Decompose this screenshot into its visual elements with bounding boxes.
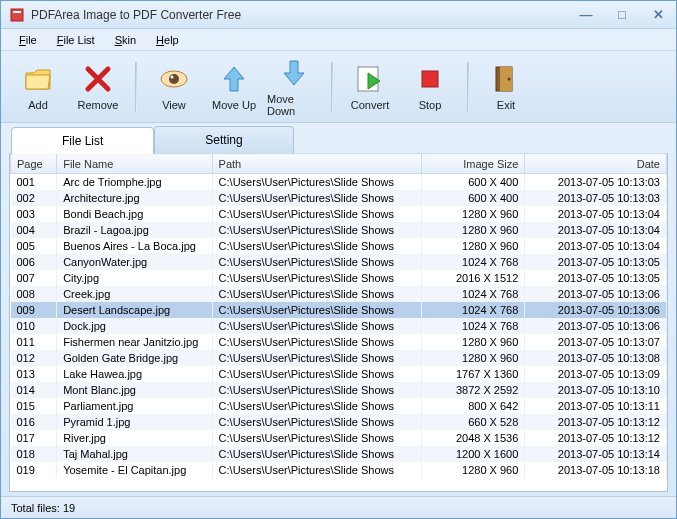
stop-button[interactable]: Stop [401,59,459,115]
cell: 2013-07-05 10:13:18 [525,462,667,478]
cell: C:\Users\User\Pictures\Slide Shows [212,334,422,350]
cell: 006 [11,254,57,270]
table-row[interactable]: 010Dock.jpgC:\Users\User\Pictures\Slide … [11,318,667,334]
toolbar-label: Exit [497,99,515,111]
column-file-name[interactable]: File Name [57,154,212,174]
cell: C:\Users\User\Pictures\Slide Shows [212,254,422,270]
menu-file[interactable]: File [11,32,45,48]
table-row[interactable]: 004Brazil - Lagoa.jpgC:\Users\User\Pictu… [11,222,667,238]
table-row[interactable]: 013Lake Hawea.jpgC:\Users\User\Pictures\… [11,366,667,382]
cell: 016 [11,414,57,430]
table-row[interactable]: 018Taj Mahal.jpgC:\Users\User\Pictures\S… [11,446,667,462]
cell: 1024 X 768 [422,302,525,318]
table-row[interactable]: 007City.jpgC:\Users\User\Pictures\Slide … [11,270,667,286]
cell: 2013-07-05 10:13:06 [525,302,667,318]
cell: 018 [11,446,57,462]
cell: River.jpg [57,430,212,446]
cell: Pyramid 1.jpg [57,414,212,430]
table-row[interactable]: 014Mont Blanc.jpgC:\Users\User\Pictures\… [11,382,667,398]
cell: C:\Users\User\Pictures\Slide Shows [212,366,422,382]
table-row[interactable]: 009Desert Landscape.jpgC:\Users\User\Pic… [11,302,667,318]
table-row[interactable]: 005Buenos Aires - La Boca.jpgC:\Users\Us… [11,238,667,254]
cell: C:\Users\User\Pictures\Slide Shows [212,270,422,286]
table-row[interactable]: 006CanyonWater.jpgC:\Users\User\Pictures… [11,254,667,270]
cell: 1024 X 768 [422,318,525,334]
cell: Mont Blanc.jpg [57,382,212,398]
cell: 2013-07-05 10:13:10 [525,382,667,398]
cell: 2013-07-05 10:13:09 [525,366,667,382]
tab-setting[interactable]: Setting [154,126,293,153]
table-row[interactable]: 003Bondi Beach.jpgC:\Users\User\Pictures… [11,206,667,222]
cell: Dock.jpg [57,318,212,334]
table-row[interactable]: 012Golden Gate Bridge.jpgC:\Users\User\P… [11,350,667,366]
cell: C:\Users\User\Pictures\Slide Shows [212,286,422,302]
cell: 017 [11,430,57,446]
cell: 2013-07-05 10:13:06 [525,318,667,334]
move-up-button[interactable]: Move Up [205,59,263,115]
cell: 019 [11,462,57,478]
table-row[interactable]: 016Pyramid 1.jpgC:\Users\User\Pictures\S… [11,414,667,430]
status-text: Total files: 19 [11,502,75,514]
close-button[interactable]: ✕ [648,7,668,23]
menu-skin[interactable]: Skin [107,32,144,48]
cell: Desert Landscape.jpg [57,302,212,318]
cell: 2016 X 1512 [422,270,525,286]
cell: 004 [11,222,57,238]
cell: 015 [11,398,57,414]
remove-button[interactable]: Remove [69,59,127,115]
add-button[interactable]: Add [9,59,67,115]
toolbar-separator [331,62,333,112]
cell: C:\Users\User\Pictures\Slide Shows [212,190,422,206]
cell: 013 [11,366,57,382]
table-row[interactable]: 008Creek.jpgC:\Users\User\Pictures\Slide… [11,286,667,302]
maximize-button[interactable]: □ [612,7,632,23]
column-page[interactable]: Page [11,154,57,174]
cell: 2013-07-05 10:13:08 [525,350,667,366]
cell: Bondi Beach.jpg [57,206,212,222]
cell: 1280 X 960 [422,462,525,478]
cell: 2013-07-05 10:13:11 [525,398,667,414]
menu-help[interactable]: Help [148,32,187,48]
window-title: PDFArea Image to PDF Converter Free [31,8,576,22]
toolbar-label: Remove [78,99,119,111]
table-row[interactable]: 017River.jpgC:\Users\User\Pictures\Slide… [11,430,667,446]
cell: 002 [11,190,57,206]
cell: C:\Users\User\Pictures\Slide Shows [212,462,422,478]
cell: C:\Users\User\Pictures\Slide Shows [212,206,422,222]
cell: 007 [11,270,57,286]
cell: C:\Users\User\Pictures\Slide Shows [212,446,422,462]
table-row[interactable]: 002Architecture.jpgC:\Users\User\Picture… [11,190,667,206]
view-button[interactable]: View [145,59,203,115]
cell: 1024 X 768 [422,254,525,270]
table-row[interactable]: 015Parliament.jpgC:\Users\User\Pictures\… [11,398,667,414]
column-image-size[interactable]: Image Size [422,154,525,174]
cell: 2013-07-05 10:13:04 [525,222,667,238]
exit-button[interactable]: Exit [477,59,535,115]
column-date[interactable]: Date [525,154,667,174]
cell: 1280 X 960 [422,334,525,350]
table-row[interactable]: 001Arc de Triomphe.jpgC:\Users\User\Pict… [11,174,667,190]
cell: C:\Users\User\Pictures\Slide Shows [212,350,422,366]
convert-button[interactable]: Convert [341,59,399,115]
content-panel: PageFile NamePathImage SizeDate 001Arc d… [9,153,668,492]
column-path[interactable]: Path [212,154,422,174]
table-row[interactable]: 019Yosemite - El Capitan.jpgC:\Users\Use… [11,462,667,478]
menu-file-list[interactable]: File List [49,32,103,48]
cell: Creek.jpg [57,286,212,302]
titlebar: PDFArea Image to PDF Converter Free — □ … [1,1,676,29]
move-down-button[interactable]: Move Down [265,53,323,121]
cell: C:\Users\User\Pictures\Slide Shows [212,302,422,318]
toolbar-label: Add [28,99,48,111]
cell: CanyonWater.jpg [57,254,212,270]
toolbar-label: View [162,99,186,111]
minimize-button[interactable]: — [576,7,596,23]
convert-icon [354,63,386,95]
tab-file-list[interactable]: File List [11,127,154,154]
cell: 010 [11,318,57,334]
cell: 009 [11,302,57,318]
cell: 003 [11,206,57,222]
svg-rect-0 [11,9,23,21]
table-row[interactable]: 011Fishermen near Janitzio.jpgC:\Users\U… [11,334,667,350]
file-list-table[interactable]: PageFile NamePathImage SizeDate 001Arc d… [10,153,667,491]
cell: C:\Users\User\Pictures\Slide Shows [212,174,422,190]
